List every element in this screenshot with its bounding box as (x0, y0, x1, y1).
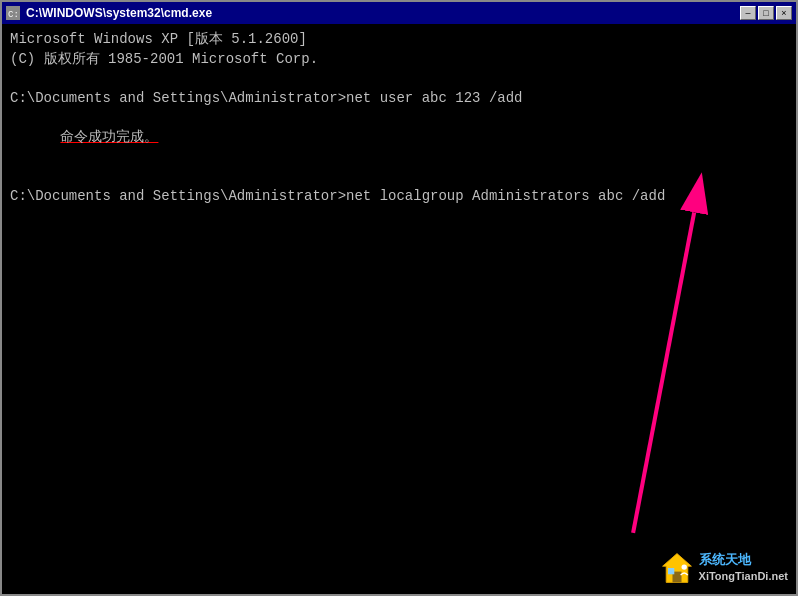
close-button[interactable]: × (776, 6, 792, 20)
console-success-line: 命令成功完成。 (10, 108, 788, 167)
svg-line-3 (633, 212, 694, 533)
title-buttons: – □ × (740, 6, 792, 20)
console-area: Microsoft Windows XP [版本 5.1.2600] (C) 版… (2, 24, 796, 594)
title-bar: C: C:\WINDOWS\system32\cmd.exe – □ × (2, 2, 796, 24)
watermark: 系统天地 XiTongTianDi.net (659, 550, 788, 586)
console-line-1: Microsoft Windows XP [版本 5.1.2600] (10, 30, 788, 50)
window-title: C:\WINDOWS\system32\cmd.exe (26, 6, 212, 20)
svg-rect-6 (668, 568, 674, 574)
console-line-6 (10, 167, 788, 187)
maximize-button[interactable]: □ (758, 6, 774, 20)
console-line-7: C:\Documents and Settings\Administrator>… (10, 187, 788, 207)
console-line-2: (C) 版权所有 1985-2001 Microsoft Corp. (10, 50, 788, 70)
title-bar-left: C: C:\WINDOWS\system32\cmd.exe (6, 6, 212, 20)
cmd-icon: C: (6, 6, 20, 20)
watermark-text-container: 系统天地 XiTongTianDi.net (699, 551, 788, 585)
watermark-site: 系统天地 (699, 551, 788, 569)
watermark-icon (659, 550, 695, 586)
svg-point-7 (681, 564, 686, 569)
watermark-chinese: 系统天地 (699, 552, 751, 567)
watermark-url: XiTongTianDi.net (699, 569, 788, 584)
cmd-window: C: C:\WINDOWS\system32\cmd.exe – □ × Mic… (0, 0, 798, 596)
console-line-4: C:\Documents and Settings\Administrator>… (10, 89, 788, 109)
svg-text:C:: C: (8, 10, 19, 20)
success-text: 命令成功完成。 (60, 129, 158, 145)
console-line-3 (10, 69, 788, 89)
minimize-button[interactable]: – (740, 6, 756, 20)
